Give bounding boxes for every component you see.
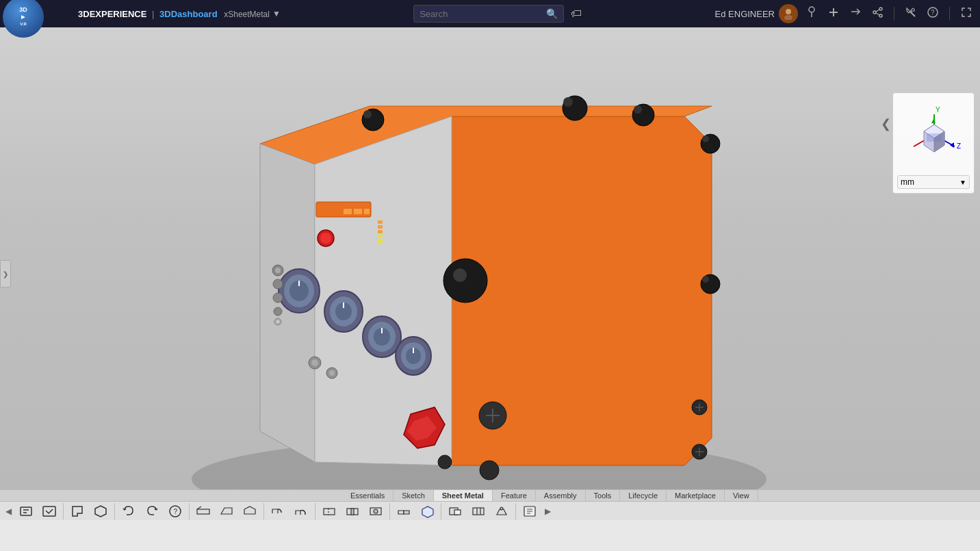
svg-rect-23 [364,209,370,214]
search-input[interactable] [420,9,546,19]
tool-extra-3[interactable] [491,502,513,520]
tool-export[interactable] [519,502,541,520]
tool-cut-1[interactable] [318,502,340,520]
tab-bar: Essentials Sketch Sheet Metal Feature As… [0,490,980,502]
svg-point-1 [784,15,792,20]
svg-rect-26 [378,230,383,233]
tool-divider-3 [189,503,190,520]
nav-divider-2 [949,7,950,21]
svg-point-109 [374,509,378,513]
svg-rect-82 [276,320,279,323]
svg-point-8 [879,8,882,10]
notifications-icon[interactable] [803,6,820,21]
left-sidebar-toggle[interactable]: ❯ [0,260,11,287]
svg-point-48 [275,268,281,273]
logo-text: 3D▶V.R [19,7,27,27]
tag-icon[interactable]: 🏷 [571,8,582,20]
subapp-label: xSheetMetal [224,10,270,19]
tab-tools[interactable]: Tools [586,490,621,501]
tab-sketch[interactable]: Sketch [394,490,434,501]
tool-btn-4[interactable] [90,502,112,520]
sidebar-toggle-icon: ❯ [3,270,8,278]
dropdown-button[interactable]: ▼ [272,9,281,18]
share2-icon[interactable] [869,6,886,21]
tab-essentials[interactable]: Essentials [342,490,394,501]
tab-view[interactable]: View [725,490,758,501]
svg-text:Y: Y [936,106,940,114]
tool-divider-5 [315,503,315,520]
svg-point-73 [634,105,642,114]
tool-btn-1[interactable] [15,502,37,520]
tool-redo[interactable] [141,502,163,520]
tool-sheet-3[interactable] [239,502,261,520]
svg-point-55 [329,370,335,376]
tab-assembly[interactable]: Assembly [536,490,586,501]
tab-feature[interactable]: Feature [493,490,536,501]
viewport[interactable]: ❯ Y Z [0,27,980,520]
tool-help[interactable]: ? [164,502,186,520]
tool-divider-7 [441,503,441,520]
brand-experience: EXPERIENCE [90,9,147,19]
svg-rect-25 [378,225,383,229]
brand-dashboard: 3DDashboard [159,9,218,19]
svg-text:Z: Z [957,142,961,150]
tool-unfold[interactable] [393,502,415,520]
orientation-cube[interactable]: Y Z [903,104,965,166]
expand-icon[interactable] [958,6,975,21]
tool-surface[interactable] [416,502,438,520]
brand-3d: 3D [78,9,90,19]
svg-rect-105 [324,509,335,515]
svg-rect-101 [197,509,209,514]
toolbar-scroll-right[interactable]: ▶ [542,502,553,520]
svg-line-10 [876,10,879,12]
user-area: Ed ENGINEER [715,4,798,23]
svg-point-7 [873,11,876,14]
tool-btn-3[interactable] [66,502,88,520]
svg-rect-22 [354,209,362,214]
tab-marketplace[interactable]: Marketplace [667,490,725,501]
svg-point-71 [563,97,573,107]
navbar: 3D▶V.R 3DEXPERIENCE | 3DDashboard xSheet… [0,0,980,27]
right-nav: Ed ENGINEER ? [715,4,975,23]
tool-btn-2[interactable] [38,502,60,520]
share-icon[interactable] [847,6,864,21]
tool-divider-6 [389,503,390,520]
tools-icon[interactable] [903,6,919,21]
svg-point-2 [809,7,814,12]
nav-divider [894,7,894,21]
toolbar-scroll-left[interactable]: ◀ [3,502,14,520]
svg-point-0 [786,9,791,14]
svg-point-67 [480,461,499,480]
svg-rect-111 [454,510,461,515]
tool-extra-1[interactable] [444,502,466,520]
svg-point-9 [879,14,882,17]
tool-bend-1[interactable] [267,502,289,520]
tool-undo[interactable] [118,502,140,520]
svg-point-53 [311,359,318,366]
search-icon[interactable]: 🔍 [546,8,558,19]
unit-value: mm [901,177,914,187]
svg-rect-21 [344,209,352,214]
help-icon[interactable]: ? [925,6,941,21]
avatar[interactable] [779,4,798,23]
tab-lifecycle[interactable]: Lifecycle [620,490,667,501]
svg-point-30 [320,233,331,244]
tool-cut-3[interactable] [365,502,387,520]
svg-rect-28 [378,240,383,243]
tab-sheet-metal[interactable]: Sheet Metal [434,490,493,501]
svg-point-58 [443,259,487,303]
search-area: 🔍 🏷 [281,5,715,23]
svg-rect-94 [21,507,31,515]
svg-point-51 [274,307,282,316]
unit-selector[interactable]: mm ▼ [897,175,970,189]
tool-extra-2[interactable] [467,502,489,520]
tool-divider-2 [114,503,115,520]
tool-bend-2[interactable] [290,502,312,520]
tool-cut-2[interactable] [341,502,363,520]
plus-icon[interactable] [825,6,842,21]
prev-widget-button[interactable]: ❮ [881,116,891,131]
tool-sheet-1[interactable] [192,502,214,520]
tool-sheet-2[interactable] [216,502,237,520]
tool-divider-1 [63,503,64,520]
svg-point-63 [702,276,709,283]
